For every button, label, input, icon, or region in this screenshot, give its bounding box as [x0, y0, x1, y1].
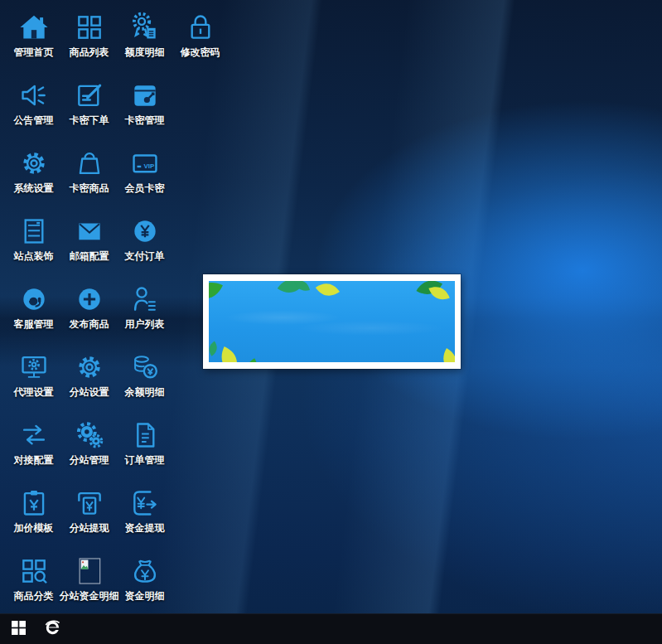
banner-leaves — [209, 281, 455, 362]
vip-text: VIP — [143, 162, 154, 170]
desktop-icon-system-settings[interactable]: 系统设置 — [6, 144, 61, 209]
gear-icon — [18, 144, 50, 182]
money-bag-icon — [129, 552, 161, 590]
shopping-bag-icon — [74, 144, 105, 182]
desktop-icon-label: 系统设置 — [14, 182, 54, 194]
user-list-icon — [129, 280, 161, 318]
desktop-icon-label: 资金提现 — [125, 522, 165, 534]
desktop-icon-label: 发布商品 — [70, 318, 109, 330]
desktop-icon-label: 支付订单 — [125, 250, 165, 262]
taskbar — [0, 613, 662, 644]
desktop-icon-label: 资金明细 — [125, 590, 165, 602]
desktop-icon-substation-management[interactable]: 分站管理 — [61, 416, 117, 481]
desktop-icon-substation-withdrawal[interactable]: 分站提现 — [61, 484, 117, 549]
box-key-icon — [129, 76, 161, 114]
desktop-icon-label: 商品列表 — [70, 46, 109, 58]
desktop-icon-member-cards[interactable]: VIP 会员卡密 — [117, 144, 172, 209]
desktop-icon-quota-details[interactable]: 额度明细 — [117, 8, 172, 73]
desktop-icon-label: 代理设置 — [14, 386, 54, 398]
yen-circle-icon — [129, 212, 161, 250]
yen-arrow-icon — [129, 484, 161, 522]
windows-logo-icon — [12, 621, 26, 638]
grid-search-icon — [18, 552, 50, 590]
coins-yen-icon — [129, 348, 161, 386]
desktop-icon-label: 余额明细 — [125, 386, 165, 398]
desktop-icon-site-decoration[interactable]: 站点装饰 — [6, 212, 61, 277]
badge-document-icon — [129, 8, 161, 46]
grid-icon — [74, 8, 105, 46]
desktop-icon-label: 用户列表 — [125, 318, 165, 330]
desktop-icon-customer-service[interactable]: 客服管理 — [6, 280, 61, 345]
desktop-icon-card-management[interactable]: 卡密管理 — [117, 76, 172, 141]
desktop-icon-label: 对接配置 — [14, 454, 54, 466]
desktop-icon-label: 邮箱配置 — [70, 250, 109, 262]
desktop-icon-label: 卡密商品 — [70, 182, 109, 194]
desktop-icon-email-config[interactable]: 邮箱配置 — [61, 212, 117, 277]
banner-image — [209, 281, 455, 362]
desktop-icon-balance-details[interactable]: 余额明细 — [117, 348, 172, 413]
compose-icon — [74, 76, 105, 114]
envelope-icon — [74, 212, 105, 250]
vip-card-icon: VIP — [129, 144, 161, 182]
desktop-icon-agent-settings[interactable]: 代理设置 — [6, 348, 61, 413]
document-icon — [129, 416, 161, 454]
desktop-icon-product-list[interactable]: 商品列表 — [61, 8, 117, 73]
lock-icon — [185, 8, 216, 46]
desktop-icon-integration-config[interactable]: 对接配置 — [6, 416, 61, 481]
desktop-icon-label: 卡密下单 — [70, 114, 109, 126]
start-button[interactable] — [0, 614, 36, 644]
desktop-icon-change-password[interactable]: 修改密码 — [172, 8, 228, 73]
desktop-icon-substation-settings[interactable]: 分站设置 — [61, 348, 117, 413]
plus-circle-icon — [74, 280, 105, 318]
internet-explorer-icon — [43, 618, 62, 641]
desktop-icon-card-products[interactable]: 卡密商品 — [61, 144, 117, 209]
gear-icon — [74, 348, 105, 386]
gears-icon — [74, 416, 105, 454]
server-icon — [18, 212, 50, 250]
desktop-icon-label: 站点装饰 — [14, 250, 54, 262]
headset-icon — [18, 280, 50, 318]
desktop-icon-markup-template[interactable]: 加价模板 — [6, 484, 61, 549]
desktop: 管理首页 商品列表 额度明细 修改密码 — [0, 0, 662, 644]
monitor-gear-icon — [18, 348, 50, 386]
desktop-icon-user-list[interactable]: 用户列表 — [117, 280, 172, 345]
clipboard-yen-icon — [18, 484, 50, 522]
desktop-icon-funds-details[interactable]: 资金明细 — [117, 552, 172, 617]
desktop-icon-label: 额度明细 — [125, 46, 165, 58]
desktop-icon-label: 分站资金明细 — [60, 590, 119, 602]
desktop-icon-announcement-management[interactable]: 公告管理 — [6, 76, 61, 141]
banner-window[interactable] — [203, 274, 461, 369]
desktop-icon-label: 卡密管理 — [125, 114, 165, 126]
desktop-icon-product-categories[interactable]: 商品分类 — [6, 552, 61, 617]
desktop-icon-label: 修改密码 — [181, 46, 220, 58]
desktop-icon-label: 分站管理 — [70, 454, 109, 466]
desktop-icon-label: 订单管理 — [125, 454, 165, 466]
internet-explorer-taskbar-button[interactable] — [36, 614, 68, 644]
desktop-icon-label: 加价模板 — [14, 522, 54, 534]
desktop-icon-label: 客服管理 — [14, 318, 54, 330]
desktop-icon-label: 分站提现 — [70, 522, 109, 534]
desktop-icon-card-order[interactable]: 卡密下单 — [61, 76, 117, 141]
home-icon — [18, 8, 50, 46]
desktop-icon-label: 分站设置 — [70, 386, 109, 398]
desktop-icon-order-management[interactable]: 订单管理 — [117, 416, 172, 481]
desktop-icon-label: 公告管理 — [14, 114, 54, 126]
desktop-icon-payment-orders[interactable]: 支付订单 — [117, 212, 172, 277]
sync-arrows-icon — [18, 416, 50, 454]
desktop-icon-admin-home[interactable]: 管理首页 — [6, 8, 61, 73]
desktop-icon-publish-product[interactable]: 发布商品 — [61, 280, 117, 345]
desktop-icon-label: 商品分类 — [14, 590, 54, 602]
broken-image-icon — [74, 552, 105, 590]
desktop-icon-substation-funds-details[interactable]: 分站资金明细 — [61, 552, 117, 617]
desktop-icon-label: 会员卡密 — [125, 182, 165, 194]
desktop-icon-funds-withdrawal[interactable]: 资金提现 — [117, 484, 172, 549]
withdraw-yen-icon — [74, 484, 105, 522]
desktop-icon-label: 管理首页 — [14, 46, 54, 58]
megaphone-icon — [18, 76, 50, 114]
